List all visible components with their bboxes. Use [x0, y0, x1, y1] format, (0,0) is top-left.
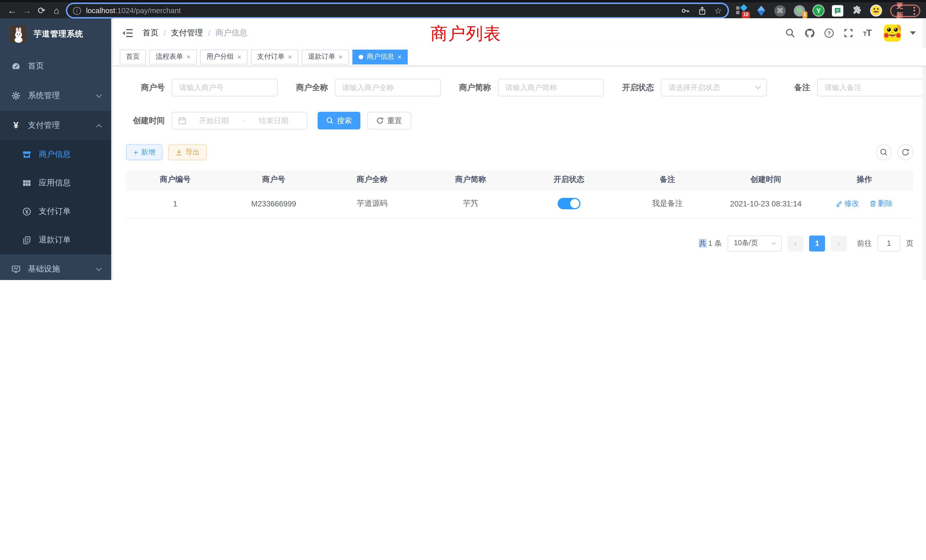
extension-recorder-icon[interactable]: 1	[793, 5, 805, 17]
tab-process-form[interactable]: 流程表单	[150, 49, 197, 64]
sidebar-menu: 首页 系统管理 ¥ 支付管理	[0, 51, 111, 280]
close-icon[interactable]	[339, 53, 343, 60]
cell-merchant-no: M233666999	[224, 189, 323, 218]
tab-pay-order[interactable]: 支付订单	[251, 49, 298, 64]
cell-short-name: 芋艿	[421, 189, 520, 218]
avatar[interactable]	[884, 24, 901, 42]
site-info-icon[interactable]: i	[73, 6, 81, 15]
github-icon[interactable]	[805, 28, 815, 38]
date-start-placeholder: 开始日期	[186, 115, 242, 126]
pagination: 共 1 条 10条/页 ‹ 1 › 前往 页	[126, 235, 914, 251]
address-bar[interactable]: i localhost:1024/pay/merchant ☆	[67, 4, 728, 17]
sidebar-item-infrastructure[interactable]: 基础设施	[0, 254, 111, 280]
browser-back-button[interactable]: ←	[5, 4, 20, 17]
date-range-picker[interactable]: 开始日期 - 结束日期	[172, 112, 307, 129]
sidebar-item-refund-order[interactable]: 退款订单	[0, 226, 111, 254]
show-search-toggle-button[interactable]	[876, 144, 892, 160]
sidebar-item-home[interactable]: 首页	[0, 51, 111, 81]
goto-label: 前往	[857, 238, 872, 248]
date-end-placeholder: 结束日期	[246, 115, 301, 126]
short-name-label: 商户简称	[459, 82, 491, 93]
refresh-icon	[902, 148, 909, 156]
browser-update-button[interactable]: 更新	[890, 4, 920, 17]
sidebar-divider	[111, 18, 113, 280]
bookmark-star-icon[interactable]: ☆	[714, 6, 722, 15]
search-icon	[880, 148, 888, 156]
tab-merchant-info[interactable]: 商户信息	[353, 49, 408, 64]
tab-user-group[interactable]: 用户分组	[200, 49, 247, 64]
extension-blocker-icon[interactable]: 10	[735, 5, 747, 17]
tab-refund-order[interactable]: 退款订单	[302, 49, 349, 64]
add-button[interactable]: + 新增	[126, 144, 162, 160]
browser-reload-button[interactable]: ⟳	[34, 4, 49, 17]
filter-row-1: 商户号 商户全称 商户简称 开启状态 请选择开启状态	[126, 79, 914, 96]
close-icon[interactable]	[237, 53, 241, 60]
refund-doc-icon	[22, 236, 31, 245]
extension-command-icon[interactable]: ⌘	[774, 5, 786, 16]
tags-view-bar: 首页 流程表单 用户分组 支付订单 退款订单 商户信息	[113, 48, 926, 66]
close-icon[interactable]	[288, 53, 292, 60]
browser-forward-button[interactable]: →	[20, 4, 34, 17]
full-name-input[interactable]	[335, 79, 441, 96]
browser-toolbar: ← → ⟳ ⌂ i localhost:1024/pay/merchant ☆	[0, 0, 926, 18]
extensions-puzzle-icon[interactable]	[851, 5, 863, 17]
short-name-input[interactable]	[498, 79, 604, 96]
breadcrumb-home[interactable]: 首页	[142, 28, 159, 38]
status-toggle[interactable]	[558, 198, 581, 209]
edit-pencil-icon	[836, 200, 843, 207]
prev-page-button[interactable]: ‹	[787, 235, 803, 251]
extension-kite-icon[interactable]	[755, 5, 767, 17]
sidebar-collapse-icon[interactable]	[122, 27, 133, 39]
search-button[interactable]: 搜索	[318, 112, 360, 129]
extension-chat-icon[interactable]	[832, 5, 843, 16]
trash-icon	[869, 200, 876, 207]
search-icon[interactable]	[785, 28, 796, 38]
sidebar-item-pay-order[interactable]: 支付订单	[0, 197, 111, 226]
breadcrumb: 首页 / 支付管理 / 商户信息	[142, 28, 247, 38]
app-logo[interactable]: 芋道管理系统	[0, 22, 111, 47]
col-full-name: 商户全称	[323, 171, 421, 189]
merchant-no-input[interactable]	[172, 79, 278, 96]
delete-link[interactable]: 删除	[869, 198, 893, 209]
close-icon[interactable]	[186, 53, 191, 60]
download-icon	[176, 149, 183, 156]
page-1-button[interactable]: 1	[809, 235, 825, 251]
sidebar-item-payment[interactable]: ¥ 支付管理	[0, 110, 111, 140]
refresh-icon	[376, 117, 384, 124]
font-size-icon[interactable]: TT	[863, 28, 871, 38]
total-count: 共 1 条	[699, 238, 722, 248]
svg-text:?: ?	[828, 30, 831, 36]
page-content: 商户号 商户全称 商户简称 开启状态 请选择开启状态	[113, 66, 926, 280]
page-size-select[interactable]: 10条/页	[728, 235, 782, 251]
refresh-table-button[interactable]	[897, 144, 914, 160]
extension-emoji-icon[interactable]	[870, 5, 882, 17]
browser-menu-icon[interactable]	[914, 6, 915, 15]
browser-home-button[interactable]: ⌂	[49, 4, 64, 17]
edit-link[interactable]: 修改	[836, 198, 859, 209]
extension-y-icon[interactable]: Y	[813, 5, 825, 17]
remark-input[interactable]	[817, 79, 923, 96]
sidebar-item-merchant-info[interactable]: 商户信息	[0, 140, 111, 169]
avatar-caret-icon[interactable]	[910, 31, 916, 35]
share-icon[interactable]	[698, 6, 706, 15]
calendar-icon	[178, 117, 186, 125]
reset-button[interactable]: 重置	[367, 112, 411, 129]
cell-full-name: 芋道源码	[323, 189, 421, 218]
sidebar-item-app-info[interactable]: 应用信息	[0, 169, 111, 197]
fullscreen-icon[interactable]	[844, 28, 854, 38]
sidebar-item-system[interactable]: 系统管理	[0, 81, 111, 110]
full-name-label: 商户全称	[296, 82, 328, 93]
col-actions: 操作	[815, 171, 914, 189]
help-icon[interactable]: ?	[824, 28, 834, 38]
tab-home[interactable]: 首页	[120, 49, 146, 64]
col-merchant-id: 商户编号	[126, 171, 224, 189]
goto-page-input[interactable]	[878, 235, 900, 251]
breadcrumb-payment[interactable]: 支付管理	[171, 28, 203, 38]
next-page-button[interactable]: ›	[831, 235, 847, 251]
filter-row-2: 创建时间 开始日期 - 结束日期 搜索 重置	[126, 112, 914, 129]
password-key-icon[interactable]	[681, 6, 690, 15]
export-button[interactable]: 导出	[168, 144, 207, 160]
logo-rabbit-icon	[10, 26, 27, 43]
close-icon[interactable]	[398, 53, 401, 60]
status-select[interactable]: 请选择开启状态	[661, 79, 767, 96]
